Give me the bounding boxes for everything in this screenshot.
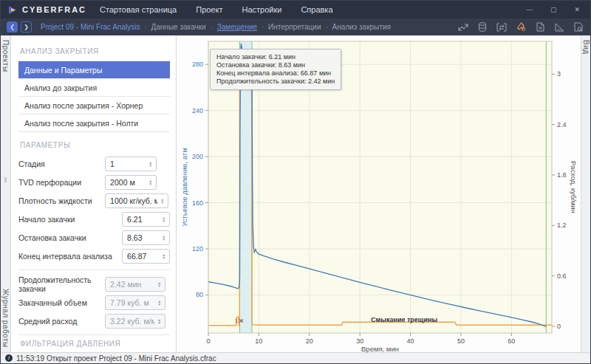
tvd-input[interactable] <box>106 178 147 187</box>
injection-stop-input[interactable] <box>123 233 160 242</box>
derived-row-injected-volume: Закачанный объем ▲▼ <box>18 293 170 312</box>
svg-text:Устьевое давление, атм: Устьевое давление, атм <box>180 148 188 226</box>
cyberfrac-logo-icon <box>8 5 18 15</box>
breadcrumb-displacement[interactable]: Замещение <box>217 23 257 31</box>
closure-analysis-panel: АНАЛИЗ ЗАКРЫТИЯ Данные и Параметры Анали… <box>11 35 177 352</box>
menu-start-page[interactable]: Стартовая страница <box>100 5 177 14</box>
svg-text:1.2: 1.2 <box>557 222 567 229</box>
spinner-arrows-icon[interactable]: ▲▼ <box>160 253 167 259</box>
svg-text:60: 60 <box>508 337 515 345</box>
chart-tooltip: Начало закачки: 6.21 мин Остановка закач… <box>210 49 341 90</box>
tab-projects[interactable]: Проекты <box>1 35 10 77</box>
svg-text:200: 200 <box>192 153 203 160</box>
tab-work-log[interactable]: Журнал работы <box>1 284 10 352</box>
spinner-arrows-icon: ▲▼ <box>156 318 163 324</box>
stage-input[interactable] <box>106 159 147 168</box>
menu-project[interactable]: Проект <box>196 5 222 14</box>
breadcrumb-interpretations[interactable]: Интерпретации <box>268 23 321 31</box>
spinner-arrows-icon[interactable]: ▲▼ <box>147 161 154 167</box>
spinner-arrows-icon: ▲▼ <box>156 300 163 306</box>
ruler-icon[interactable] <box>553 21 565 33</box>
param-row-stage: Стадия ▲▼ <box>18 154 170 173</box>
spinner-arrows-icon[interactable]: ▲▼ <box>147 179 154 185</box>
svg-text:160: 160 <box>192 199 203 207</box>
injected-volume-value <box>106 298 156 307</box>
title-bar: CYBERFRAC Стартовая страница Проект Наст… <box>1 1 590 18</box>
param-row-fluid-density: Плотность жидкости ▲▼ <box>18 191 170 210</box>
forward-button[interactable]: ❯ <box>21 21 32 32</box>
close-button[interactable]: ✕ <box>574 6 580 13</box>
window-controls: — ▢ ✕ <box>526 6 590 13</box>
fracture-closure-annotation: Смыкание трещины <box>371 316 437 323</box>
compare-trends-icon[interactable] <box>457 21 469 33</box>
injected-volume-field: ▲▼ <box>105 295 165 310</box>
injection-start-stepper[interactable]: ▲▼ <box>122 212 170 227</box>
minimize-button[interactable]: — <box>526 6 533 13</box>
frac-pump-icon[interactable] <box>515 21 527 33</box>
menu-settings[interactable]: Настройки <box>242 5 281 14</box>
transfer-icon[interactable] <box>496 21 508 33</box>
average-rate-value <box>106 317 156 326</box>
splitter-grip[interactable]: ‖ <box>4 176 7 184</box>
nav-after-closure-horner[interactable]: Анализ после закрытия - Хорнер <box>18 97 170 114</box>
menu-help[interactable]: Справка <box>301 5 332 14</box>
report-icon[interactable] <box>573 21 584 33</box>
csv-file-icon[interactable] <box>534 21 546 33</box>
injection-band-label: 1 Ж <box>235 318 243 323</box>
breadcrumb-bar: ❮ ❯ Project 09 - Mini Frac Analysis › Да… <box>1 18 590 35</box>
app-window: CYBERFRAC Стартовая страница Проект Наст… <box>0 0 591 364</box>
svg-text:50: 50 <box>457 337 465 345</box>
tooltip-line: Конец интервала анализа: 66.87 мин <box>216 69 335 78</box>
nav-data-and-parameters[interactable]: Данные и Параметры <box>18 61 170 79</box>
analysis-end-stepper[interactable]: ▲▼ <box>122 249 170 264</box>
svg-text:240: 240 <box>192 107 203 114</box>
spinner-arrows-icon[interactable]: ▲▼ <box>159 198 165 204</box>
database-icon[interactable] <box>476 21 488 33</box>
spinner-arrows-icon[interactable]: ▲▼ <box>160 235 167 241</box>
brand: CYBERFRAC <box>1 5 100 15</box>
divider <box>18 334 170 335</box>
section-title-pressure-filter: ФИЛЬТРАЦИЯ ДАВЛЕНИЯ <box>20 340 170 348</box>
section-title-closure-analysis: АНАЛИЗ ЗАКРЫТИЯ <box>20 47 170 55</box>
svg-text:2.4: 2.4 <box>557 121 567 128</box>
svg-text:30: 30 <box>356 337 363 345</box>
section-title-parameters: ПАРАМЕТРЫ <box>20 141 170 149</box>
injection-stop-stepper[interactable]: ▲▼ <box>122 230 170 245</box>
breadcrumb: Project 09 - Mini Frac Analysis › Данные… <box>41 23 391 31</box>
chart-area: 01020304050608012016020024028000.61.21.8… <box>177 35 581 352</box>
svg-text:10: 10 <box>255 337 262 345</box>
tvd-stepper[interactable]: ▲▼ <box>105 175 157 190</box>
fluid-density-input[interactable] <box>106 196 159 205</box>
svg-text:0: 0 <box>557 323 561 330</box>
svg-text:20: 20 <box>306 337 313 345</box>
spinner-arrows-icon: ▲▼ <box>156 281 163 287</box>
analysis-end-input[interactable] <box>123 252 160 261</box>
injection-duration-field: ▲▼ <box>105 277 165 292</box>
analysis-nav: Данные и Параметры Анализ до закрытия Ан… <box>18 61 170 132</box>
fluid-density-stepper[interactable]: ▲▼ <box>105 193 168 208</box>
svg-text:1.8: 1.8 <box>557 171 567 179</box>
injection-start-input[interactable] <box>123 215 160 224</box>
svg-text:80: 80 <box>196 291 203 298</box>
breadcrumb-project[interactable]: Project 09 - Mini Frac Analysis <box>41 23 140 31</box>
breadcrumb-separator: › <box>326 24 328 31</box>
maximize-button[interactable]: ▢ <box>550 6 557 13</box>
chart-toolbar <box>457 21 584 33</box>
param-row-injection-stop: Остановка закачки ▲▼ <box>18 228 170 247</box>
param-label: Средний расход <box>18 317 105 326</box>
breadcrumb-closure-analysis[interactable]: Анализ закрытия <box>332 23 391 31</box>
status-bar: i 11:53:19 Открыт проект Project 09 - Mi… <box>1 352 590 363</box>
stage-stepper[interactable]: ▲▼ <box>105 157 157 171</box>
breadcrumb-injection-data[interactable]: Данные закачки <box>151 23 206 31</box>
spinner-arrows-icon[interactable]: ▲▼ <box>160 216 167 222</box>
tab-view[interactable]: Вид <box>582 35 590 59</box>
svg-text:40: 40 <box>407 337 414 345</box>
param-row-injection-start: Начало закачки ▲▼ <box>18 210 170 228</box>
injection-duration-value <box>106 280 156 289</box>
breadcrumb-separator: › <box>262 24 264 31</box>
back-button[interactable]: ❮ <box>7 21 18 32</box>
param-label: Остановка закачки <box>18 233 122 242</box>
nav-before-closure[interactable]: Анализ до закрытия <box>18 79 170 97</box>
param-label: TVD перфорации <box>18 178 105 187</box>
nav-after-closure-nolte[interactable]: Анализ после закрытия - Нолти <box>18 114 170 132</box>
